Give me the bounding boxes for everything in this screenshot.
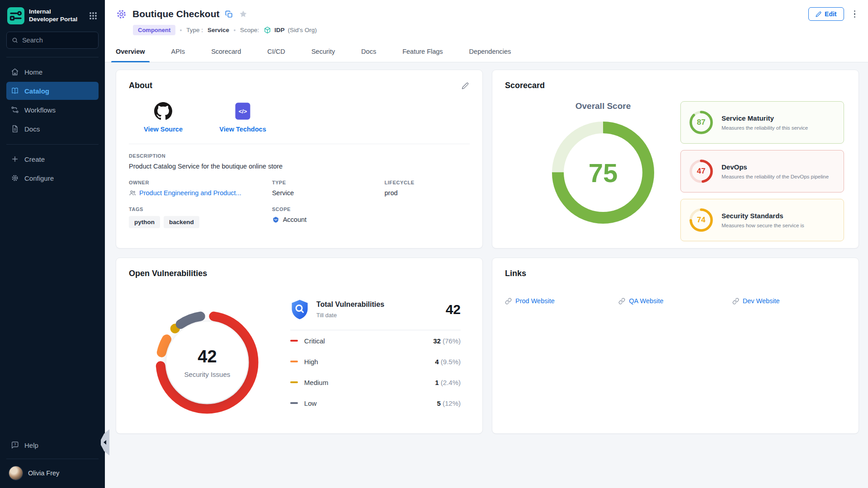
score-item-devops[interactable]: 47 DevOps Measures the reliability of th… [680, 150, 844, 192]
home-icon [11, 68, 19, 76]
help-icon: ? [11, 441, 19, 449]
component-badge: Component [133, 25, 175, 35]
sidebar-item-catalog[interactable]: Catalog [6, 82, 99, 100]
portal-title: Internal Developer Portal [29, 8, 84, 23]
type-field: Service [272, 189, 385, 197]
vulnerabilities-title: Open Vulnerabilities [129, 269, 207, 278]
tag-python[interactable]: python [129, 216, 160, 228]
tag-backend[interactable]: backend [164, 216, 199, 228]
dot-separator [180, 29, 182, 31]
svg-text:</>: </> [239, 108, 247, 115]
catalog-icon [11, 87, 19, 95]
favorite-star-icon[interactable] [238, 9, 248, 19]
legend-row-medium: Medium 1 (2.4%) [290, 372, 461, 393]
view-techdocs-link[interactable]: </> View Techdocs [219, 102, 266, 133]
owner-link[interactable]: Product Engineering and Product... [129, 189, 272, 197]
sidebar-item-workflows[interactable]: Workflows [6, 101, 99, 119]
overall-score-value: 75 [589, 158, 618, 188]
svg-text:?: ? [14, 442, 16, 446]
total-vulnerabilities-value: 42 [446, 302, 461, 317]
view-source-link[interactable]: View Source [140, 102, 187, 133]
search-input[interactable] [22, 37, 93, 44]
tab-security[interactable]: Security [307, 41, 340, 62]
more-options-icon[interactable] [852, 9, 858, 20]
sidebar-search[interactable] [6, 32, 99, 49]
link-prod-website[interactable]: Prod Website [505, 297, 618, 305]
sidebar-item-create[interactable]: Create [6, 150, 99, 168]
sidebar-item-docs[interactable]: Docs [6, 120, 99, 138]
vulnerabilities-card: Open Vulnerabilities [116, 258, 483, 434]
score-ring: 47 [688, 158, 714, 184]
app-root: Internal Developer Portal Home Catalog W… [0, 0, 868, 488]
dot-separator [234, 29, 236, 31]
link-qa-website[interactable]: QA Website [618, 297, 732, 305]
edit-button[interactable]: Edit [808, 7, 844, 21]
legend-row-low: Low 5 (12%) [290, 393, 461, 413]
sidebar-divider [6, 144, 99, 145]
tab-overview[interactable]: Overview [111, 41, 150, 62]
tab-docs[interactable]: Docs [357, 41, 381, 62]
scope-field: Account [272, 216, 385, 223]
team-icon [129, 189, 136, 197]
sidebar-item-configure[interactable]: Configure [6, 169, 99, 187]
link-icon [618, 298, 625, 305]
breadcrumb: Component Type : Service Scope: IDP (Sid… [133, 25, 857, 41]
description-value: Product Catalog Service for the boutique… [129, 163, 470, 170]
sidebar: Internal Developer Portal Home Catalog W… [0, 0, 105, 488]
type-value: Service [208, 27, 229, 33]
user-name: Olivia Frey [28, 469, 59, 477]
sidebar-item-home[interactable]: Home [6, 63, 99, 81]
shield-scan-icon [290, 299, 309, 320]
links-title: Links [505, 269, 526, 278]
portal-logo-icon [7, 7, 24, 24]
tab-feature-flags[interactable]: Feature Flags [398, 41, 447, 62]
link-dev-website[interactable]: Dev Website [732, 297, 846, 305]
score-item-security-standards[interactable]: 74 Security Standards Measures how secur… [680, 199, 844, 241]
high-dash [290, 361, 298, 363]
page-title: Boutique Checkout [132, 9, 220, 19]
cube-icon [264, 26, 271, 34]
content-area: About View Source </> View Techdocs [105, 62, 868, 488]
medium-dash [290, 381, 298, 384]
docs-icon [11, 125, 19, 133]
about-card: About View Source </> View Techdocs [116, 70, 483, 249]
about-edit-pencil-icon[interactable] [461, 81, 470, 90]
sidebar-bottom: ? Help Olivia Frey [6, 436, 99, 480]
pencil-icon [816, 11, 821, 17]
links-card: Links Prod Website QA Website [492, 258, 859, 434]
about-title: About [129, 81, 152, 90]
app-grid-icon[interactable] [89, 11, 98, 20]
critical-dash [290, 340, 298, 342]
vulnerabilities-donut: 42 Security Issues [150, 305, 264, 419]
workflows-icon [11, 106, 19, 114]
score-ring: 87 [688, 109, 714, 136]
page-header: Boutique Checkout Edit Component [105, 0, 868, 41]
legend-row-critical: Critical 32 (76%) [290, 330, 461, 351]
overall-score-label: Overall Score [576, 101, 631, 111]
chevron-left-icon [104, 440, 106, 445]
security-issues-count: 42 [198, 347, 217, 366]
tab-cicd[interactable]: CI/CD [263, 41, 289, 62]
overall-score-donut: 75 [551, 120, 656, 225]
tab-scorecard[interactable]: Scorecard [207, 41, 245, 62]
tab-apis[interactable]: APIs [167, 41, 190, 62]
sidebar-item-help[interactable]: ? Help [6, 436, 99, 454]
gear-icon [11, 174, 19, 182]
user-avatar [9, 466, 23, 480]
divider [129, 144, 470, 144]
scope-value: IDP (Sid's Org) [264, 26, 317, 34]
search-icon [12, 37, 18, 44]
score-item-service-maturity[interactable]: 87 Service Maturity Measures the reliabi… [680, 101, 844, 144]
tab-dependencies[interactable]: Dependencies [465, 41, 516, 62]
scorecard-title: Scorecard [505, 81, 545, 90]
legend-row-high: High 4 (9.5%) [290, 351, 461, 372]
score-ring: 74 [688, 207, 714, 233]
scorecard-card: Scorecard Overall Score 75 [492, 70, 859, 249]
github-icon [154, 102, 172, 120]
logo-row: Internal Developer Portal [6, 0, 99, 32]
user-menu[interactable]: Olivia Frey [6, 462, 99, 480]
tab-bar: Overview APIs Scorecard CI/CD Security D… [105, 41, 868, 62]
copy-icon[interactable] [224, 9, 234, 19]
account-scope-icon [272, 216, 279, 223]
lifecycle-field: prod [384, 189, 470, 197]
